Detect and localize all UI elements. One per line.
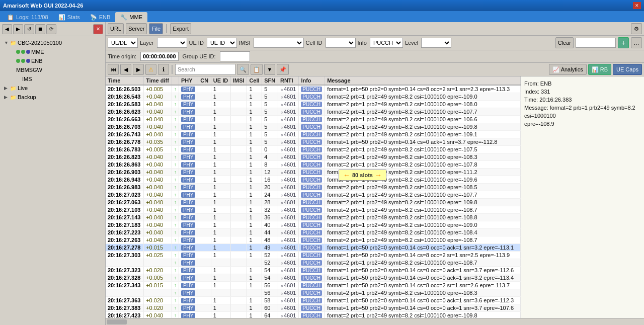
search-input[interactable] [175, 64, 235, 75]
table-row[interactable]: 20:16:27.423+0.040↑PHY1164⬦4601PUCCHform… [106, 312, 521, 318]
options-button[interactable]: … [631, 37, 642, 48]
sidebar-refresh-button[interactable]: ⟳ [46, 24, 56, 34]
copy-button[interactable]: 📋 [251, 64, 263, 75]
table-row[interactable]: 20:16:26.778+0.035↑PHY115⬦4601PUCCHforma… [106, 138, 521, 146]
horizontal-scrollbar[interactable] [106, 318, 644, 325]
table-cell: format=2 prb=1 prb2=49 symb=8.2 csi=1000… [325, 169, 521, 176]
table-row[interactable]: 20:16:27.303+0.025↑PHY1152⬦4601PUCCHform… [106, 252, 521, 259]
sidebar-item-mbmsgw[interactable]: MBMSGW [0, 65, 105, 74]
tab-enb[interactable]: 📡 ENB [85, 12, 116, 22]
ul-dl-select[interactable]: UL/DL [108, 38, 138, 48]
sidebar-item-ims[interactable]: IMS [0, 74, 105, 84]
analytics-button[interactable]: 📈 Analytics [549, 64, 587, 75]
clear-input[interactable] [576, 38, 616, 48]
table-cell: 20:16:26.823 [106, 153, 144, 161]
table-cell: +0.020 [144, 304, 172, 312]
table-row[interactable]: 20:16:26.623+0.040↑PHY115⬦4601PUCCHforma… [106, 108, 521, 116]
add-button[interactable]: + [618, 37, 629, 48]
table-cell: 1 [247, 123, 262, 131]
sidebar-forward-button[interactable]: ▶ [13, 24, 23, 34]
table-row[interactable]: 20:16:26.783+0.005↑PHY110⬦4601PUCCHforma… [106, 146, 521, 153]
settings-button[interactable]: ⚙ [631, 23, 642, 34]
server-button[interactable]: Server [126, 23, 147, 34]
table-row[interactable]: 20:16:27.103+0.040↑PHY1132⬦4601PUCCHform… [106, 206, 521, 214]
table-row[interactable]: 20:16:27.263+0.040↑PHY1148⬦4601PUCCHform… [106, 236, 521, 244]
table-row[interactable]: ↑PHY52⬦4601PUCCHformat=2 prb=1 prb2=49 s… [106, 259, 521, 267]
scrollbar-thumb[interactable] [107, 319, 127, 324]
file-button[interactable]: File [149, 23, 163, 34]
sidebar-close-button[interactable]: ✕ [93, 24, 103, 34]
table-cell: ⬦4601 [278, 274, 298, 282]
tab-logs[interactable]: 📋 Logs: 113/08 [2, 12, 53, 22]
prev-button[interactable]: ◀ [120, 64, 131, 75]
rb-icon: 📊 [592, 66, 599, 73]
filter-button[interactable]: ▼ [264, 64, 275, 75]
table-row[interactable]: 20:16:26.543+0.040↑PHY115⬦4601PUCCHforma… [106, 93, 521, 101]
sidebar-stop-button[interactable]: ⏹ [35, 24, 45, 34]
right-line-4: epre=-108.9 [524, 120, 641, 128]
sidebar-item-enb[interactable]: ENB [0, 56, 105, 65]
sidebar-item-mme[interactable]: MME [0, 47, 105, 56]
cell-id-select[interactable] [326, 38, 356, 48]
table-cell: +0.025 [144, 252, 172, 259]
pin-button[interactable]: 📌 [277, 64, 289, 75]
next-button[interactable]: ▶ [133, 64, 144, 75]
table-row[interactable]: 20:16:26.863+0.040↑PHY118⬦4601PUCCHforma… [106, 161, 521, 169]
table-cell: 1 [211, 176, 230, 184]
table-row[interactable]: 20:16:27.143+0.040↑PHY1136⬦4601PUCCHform… [106, 214, 521, 221]
url-button[interactable]: URL [108, 23, 124, 34]
table-cell [231, 252, 247, 259]
table-row[interactable]: 20:16:27.343+0.015↑PHY1156⬦4601PUCCHform… [106, 282, 521, 289]
table-cell [247, 289, 262, 297]
table-row[interactable]: 20:16:27.023+0.040↑PHY1124⬦4601PUCCHform… [106, 191, 521, 199]
sidebar-back-button[interactable]: ◀ [2, 24, 12, 34]
table-row[interactable]: 20:16:26.703+0.040↑PHY115⬦4601PUCCHforma… [106, 123, 521, 131]
tab-stats[interactable]: 📊 Stats [53, 12, 85, 22]
tab-mme[interactable]: 🔧 MME [115, 12, 147, 22]
sidebar-item-live[interactable]: ▶ 📁 Live [0, 84, 105, 93]
table-row[interactable]: 20:16:26.663+0.040↑PHY115⬦4601PUCCHforma… [106, 116, 521, 123]
ue-caps-button[interactable]: UE Caps [613, 64, 642, 75]
table-cell: +0.035 [144, 138, 172, 146]
search-icon-btn[interactable]: 🔍 [237, 64, 249, 75]
first-button[interactable]: ⏮ [108, 64, 119, 75]
table-row[interactable]: 20:16:27.063+0.040↑PHY1128⬦4601PUCCHform… [106, 199, 521, 206]
level-select[interactable] [421, 38, 451, 48]
table-row[interactable]: 20:16:27.328+0.005↑PHY1154⬦4601PUCCHform… [106, 274, 521, 282]
col-phy: PHY [179, 76, 198, 85]
close-button[interactable]: ✕ [633, 2, 641, 9]
table-row[interactable]: 20:16:26.983+0.040↑PHY1120⬦4601PUCCHform… [106, 184, 521, 191]
table-cell: 20:16:26.583 [106, 101, 144, 108]
table-row[interactable]: 20:16:26.583+0.040↑PHY115⬦4601PUCCHforma… [106, 101, 521, 108]
info-button[interactable]: ℹ [158, 64, 169, 75]
warning-button[interactable]: ⚠ [145, 64, 156, 75]
table-row[interactable]: 20:16:27.278+0.015↑PHY1149⬦4601PUCCHform… [106, 244, 521, 252]
table-row[interactable]: 20:16:27.323+0.020↑PHY1154⬦4601PUCCHform… [106, 267, 521, 274]
export-button[interactable]: Export [170, 23, 191, 34]
table-row[interactable]: 20:16:26.903+0.040↑PHY1112⬦4601PUCCHform… [106, 169, 521, 176]
table-row[interactable]: 20:16:26.943+0.040↑PHY1116⬦4601PUCCHform… [106, 176, 521, 184]
table-cell: ↑ [172, 93, 179, 101]
table-cell: PUCCH [299, 101, 325, 108]
group-ue-input[interactable] [220, 51, 250, 61]
layer-select[interactable] [157, 38, 187, 48]
ue-id-select[interactable]: UE ID [207, 38, 237, 48]
table-row[interactable]: 20:16:27.363+0.020↑PHY1158⬦4601PUCCHform… [106, 297, 521, 304]
table-row[interactable]: ↑PHY56⬦4601PUCCHformat=2 prb=1 prb2=49 s… [106, 289, 521, 297]
table-cell: format=2 prb=1 prb2=49 symb=8.2 csi=1000… [325, 153, 521, 161]
table-row[interactable]: 20:16:27.383+0.020↑PHY1160⬦4601PUCCHform… [106, 304, 521, 312]
table-row[interactable]: 20:16:26.743+0.040↑PHY115⬦4601PUCCHforma… [106, 131, 521, 138]
table-row[interactable]: 20:16:27.223+0.040↑PHY1144⬦4601PUCCHform… [106, 229, 521, 236]
sidebar-item-cbc[interactable]: ▼ 📁 CBC-2021050100 [0, 38, 105, 47]
table-cell: 52 [262, 252, 278, 259]
table-row[interactable]: 20:16:26.823+0.040↑PHY114⬦4601PUCCHforma… [106, 153, 521, 161]
table-row[interactable]: 20:16:26.503+0.005↑PHY115⬦4601PUCCHforma… [106, 85, 521, 93]
rb-button[interactable]: 📊 RB [588, 64, 611, 75]
table-row[interactable]: 20:16:27.183+0.040↑PHY1140⬦4601PUCCHform… [106, 221, 521, 229]
clear-button[interactable]: Clear [555, 37, 574, 48]
sidebar-item-backup[interactable]: ▶ 📁 Backup [0, 93, 105, 102]
imsi-select[interactable] [254, 38, 304, 48]
sidebar-reload-button[interactable]: ↺ [24, 24, 34, 34]
info-select[interactable]: PUCCH [370, 38, 403, 48]
table-cell: +0.040 [144, 153, 172, 161]
